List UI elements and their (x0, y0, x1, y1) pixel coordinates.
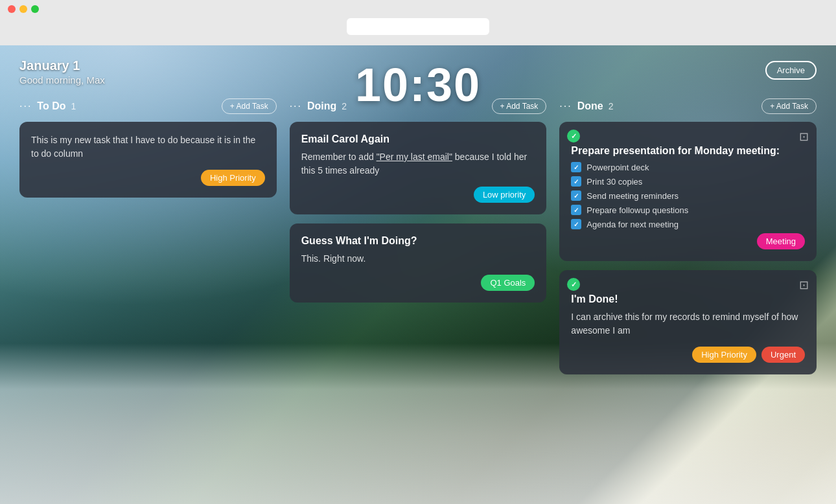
checklist-item-4: Prepare followup questions (571, 205, 805, 215)
done-card-1-tag[interactable]: Meeting (757, 233, 805, 249)
done-archive-icon-1[interactable]: ⊡ (799, 130, 809, 144)
checklist-item-3: Send meeting reminders (571, 190, 805, 201)
todo-card-1: This is my new task that I have to do be… (19, 122, 277, 198)
minimize-button[interactable] (19, 5, 27, 13)
doing-card-2-body: This. Right now. (301, 252, 535, 266)
checklist-item-2: Print 30 copies (571, 176, 805, 187)
clock-display: 10:30 (355, 58, 481, 111)
done-add-task-button[interactable]: + Add Task (761, 98, 817, 114)
done-card-1-title: Prepare presentation for Monday meeting: (571, 145, 805, 157)
done-archive-icon-2[interactable]: ⊡ (799, 278, 809, 292)
done-menu-dots[interactable]: ··· (559, 100, 572, 112)
doing-column: ··· Doing 2 + Add Task Email Carol Again… (290, 98, 547, 384)
doing-add-task-button[interactable]: + Add Task (492, 98, 547, 114)
todo-menu-dots[interactable]: ··· (19, 100, 32, 112)
done-column: ··· Done 2 + Add Task ⊡ Prepare presenta… (559, 98, 817, 384)
done-column-title: Done (577, 100, 603, 112)
done-card-1: ⊡ Prepare presentation for Monday meetin… (559, 122, 817, 261)
checkbox-1[interactable] (571, 162, 581, 172)
doing-menu-dots[interactable]: ··· (290, 100, 302, 112)
checkbox-3[interactable] (571, 190, 581, 201)
done-card-2-body: I can archive this for my records to rem… (571, 310, 805, 338)
checklist-label-2: Print 30 copies (586, 177, 642, 187)
content-area: January 1 Good morning, Max 10:30 Archiv… (0, 45, 836, 504)
todo-column-title: To Do (37, 100, 65, 112)
done-check-2 (567, 278, 580, 291)
todo-card-1-body: This is my new task that I have to do be… (31, 133, 265, 161)
address-bar[interactable] (347, 18, 489, 35)
done-card-2-title: I'm Done! (571, 293, 805, 305)
doing-card-1-tag[interactable]: Low priority (474, 187, 535, 203)
done-column-count: 2 (609, 101, 614, 111)
header: January 1 Good morning, Max 10:30 Archiv… (19, 58, 817, 86)
done-card-2-tag-high[interactable]: High Priority (692, 347, 756, 363)
done-card-2-tag-urgent[interactable]: Urgent (761, 347, 805, 363)
columns-area: ··· To Do 1 + Add Task This is my new ta… (19, 98, 817, 384)
checklist-label-5: Agenda for next meeting (586, 220, 679, 229)
todo-add-task-button[interactable]: + Add Task (222, 98, 277, 114)
date-greeting: January 1 Good morning, Max (19, 58, 105, 86)
doing-card-1-body-link: "Per my last email" (377, 152, 452, 162)
doing-card-2-footer: Q1 Goals (301, 275, 535, 291)
doing-card-1-footer: Low priority (301, 187, 535, 203)
checklist-label-3: Send meeting reminders (586, 191, 679, 201)
checklist-item-5: Agenda for next meeting (571, 219, 805, 229)
done-card-1-footer: Meeting (571, 233, 805, 249)
app-container: January 1 Good morning, Max 10:30 Archiv… (0, 45, 836, 504)
date-text: January 1 (19, 58, 105, 73)
checklist-label-4: Prepare followup questions (586, 205, 688, 215)
checkbox-2[interactable] (571, 176, 581, 187)
todo-column-count: 1 (71, 101, 76, 111)
doing-card-2-tag[interactable]: Q1 Goals (481, 275, 535, 291)
todo-column: ··· To Do 1 + Add Task This is my new ta… (19, 98, 277, 384)
todo-card-1-tag[interactable]: High Priority (201, 170, 265, 186)
doing-card-2-title: Guess What I'm Doing? (301, 235, 535, 247)
done-card-1-checklist: Powerpoint deck Print 30 copies Send mee… (571, 162, 805, 229)
done-check-1 (567, 130, 580, 143)
doing-card-1: Email Carol Again Remember to add "Per m… (290, 122, 547, 214)
done-card-2: ⊡ I'm Done! I can archive this for my re… (559, 270, 817, 374)
done-card-2-tags: High Priority Urgent (571, 347, 805, 363)
archive-button[interactable]: Archive (765, 61, 817, 80)
doing-column-title: Doing (307, 100, 336, 112)
todo-card-1-footer: High Priority (31, 170, 265, 186)
close-button[interactable] (8, 5, 16, 13)
checklist-item-1: Powerpoint deck (571, 162, 805, 172)
doing-card-1-title: Email Carol Again (301, 133, 535, 145)
todo-column-header: ··· To Do 1 + Add Task (19, 98, 277, 114)
doing-card-1-body: Remember to add "Per my last email" beca… (301, 150, 535, 178)
doing-card-1-body-plain: Remember to add (301, 152, 377, 162)
browser-chrome (0, 0, 836, 45)
greeting-text: Good morning, Max (19, 74, 105, 86)
doing-column-count: 2 (342, 101, 347, 111)
done-column-header: ··· Done 2 + Add Task (559, 98, 817, 114)
browser-controls (8, 5, 828, 13)
maximize-button[interactable] (31, 5, 39, 13)
checkbox-4[interactable] (571, 205, 581, 215)
checkbox-5[interactable] (571, 219, 581, 229)
doing-card-2: Guess What I'm Doing? This. Right now. Q… (290, 223, 547, 303)
checklist-label-1: Powerpoint deck (586, 163, 649, 172)
